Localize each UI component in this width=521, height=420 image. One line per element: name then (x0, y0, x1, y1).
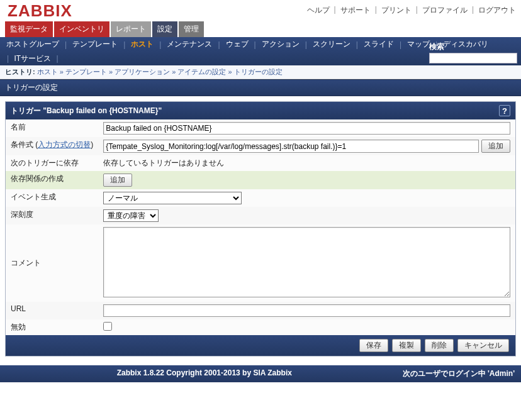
nav-itservice[interactable]: ITサービス (13, 54, 52, 63)
history-item[interactable]: ホスト (37, 68, 58, 75)
form-actions: 保存 複製 削除 キャンセル (6, 335, 515, 356)
tab-reports[interactable]: レポート (111, 21, 151, 37)
nav-divider: | (5, 54, 11, 63)
disabled-checkbox[interactable] (103, 322, 112, 331)
print-link[interactable]: プリント (381, 5, 412, 16)
nav-maps[interactable]: マップ (406, 39, 431, 50)
panel-title: トリガー "Backup failed on {HOSTNAME}" (11, 106, 162, 116)
nav-divider: | (354, 40, 360, 49)
footer-login-status: 次のユーザでログイン中 'Admin' (403, 369, 515, 378)
nav-templates[interactable]: テンプレート (71, 39, 119, 50)
clone-button[interactable]: 複製 (392, 339, 421, 352)
tab-monitoring[interactable]: 監視データ (5, 21, 53, 37)
separator: | (373, 5, 379, 16)
tab-inventory[interactable]: インベントリ (54, 21, 109, 37)
severity-label: 深刻度 (6, 207, 98, 224)
separator: | (470, 5, 476, 16)
logo: ZABBIX (5, 0, 75, 21)
nav-web[interactable]: ウェブ (225, 39, 250, 50)
separator: | (332, 5, 338, 16)
separator: | (414, 5, 420, 16)
history-item[interactable]: テンプレート (65, 68, 107, 75)
nav-slides[interactable]: スライド (362, 39, 395, 50)
panel-title-name: "Backup failed on {HOSTNAME}" (43, 106, 162, 115)
url-label: URL (6, 302, 98, 319)
nav-divider: | (303, 40, 309, 49)
toggle-input-method-link[interactable]: 入力方式の切替 (38, 140, 91, 149)
nav-divider: | (63, 40, 69, 49)
expression-label-text: 条件式 (11, 140, 33, 149)
comment-label: コメント (6, 224, 98, 302)
expression-input[interactable] (103, 140, 479, 153)
depends-on-label: 次のトリガーに依存 (6, 155, 98, 171)
nav-hosts[interactable]: ホスト (130, 39, 155, 50)
comment-textarea[interactable] (103, 227, 510, 297)
event-generation-select[interactable]: ノーマル (103, 192, 242, 204)
nav-divider: | (252, 40, 258, 49)
history-item[interactable]: トリガーの設定 (234, 68, 283, 75)
support-link[interactable]: サポート (340, 5, 371, 16)
nav-divider: | (216, 40, 221, 49)
help-icon[interactable]: ? (499, 105, 510, 116)
nav-hostgroups[interactable]: ホストグループ (5, 39, 60, 50)
nav-divider: | (54, 54, 60, 63)
history-bar: ヒストリ: ホスト » テンプレート » アプリケーション » アイテムの設定 … (0, 65, 521, 79)
depends-on-text: 依存しているトリガーはありません (98, 155, 515, 171)
nav-maintenance[interactable]: メンテナンス (165, 39, 213, 50)
profile-link[interactable]: プロファイル (422, 5, 468, 16)
secondary-nav: ホストグループ| テンプレート| ホスト| メンテナンス| ウェブ| アクション… (0, 37, 521, 65)
section-header: トリガーの設定 (0, 79, 521, 96)
logout-link[interactable]: ログアウト (478, 5, 516, 16)
search-box: 検索 (429, 41, 517, 64)
tab-settings[interactable]: 設定 (152, 21, 177, 37)
history-item[interactable]: アプリケーション (115, 68, 170, 75)
expression-label: 条件式 (入力方式の切替) (6, 137, 98, 155)
panel-title-prefix: トリガー (11, 106, 41, 115)
delete-button[interactable]: 削除 (425, 339, 454, 352)
nav-divider: | (398, 40, 403, 49)
footer: Zabbix 1.8.22 Copyright 2001-2013 by SIA… (0, 365, 521, 382)
history-item[interactable]: アイテムの設定 (177, 68, 226, 75)
search-input[interactable] (429, 53, 517, 64)
trigger-form: 名前 条件式 (入力方式の切替) 追加 次のトリガーに依存 依存しているトリガー… (6, 119, 515, 335)
url-input[interactable] (103, 304, 510, 317)
panel-title-bar: トリガー "Backup failed on {HOSTNAME}" ? (6, 102, 515, 119)
primary-tabs: 監視データ インベントリ レポート 設定 管理 (0, 21, 521, 37)
cancel-button[interactable]: キャンセル (457, 339, 509, 352)
nav-screens[interactable]: スクリーン (311, 39, 352, 50)
severity-select[interactable]: 重度の障害 (103, 209, 159, 222)
nav-divider: | (157, 40, 163, 49)
create-dependency-button[interactable]: 追加 (103, 174, 132, 187)
expression-add-button[interactable]: 追加 (481, 140, 510, 153)
help-link[interactable]: ヘルプ (307, 5, 330, 16)
disabled-label: 無効 (6, 319, 98, 335)
name-label: 名前 (6, 119, 98, 137)
top-links: ヘルプ| サポート| プリント| プロファイル| ログアウト (307, 0, 517, 16)
name-input[interactable] (103, 122, 510, 135)
event-generation-label: イベント生成 (6, 189, 98, 207)
search-label: 検索 (429, 41, 444, 52)
nav-divider: | (121, 40, 127, 49)
create-dependency-label: 依存関係の作成 (6, 171, 98, 189)
history-label: ヒストリ: (5, 68, 35, 75)
nav-actions[interactable]: アクション (260, 39, 301, 50)
tab-admin[interactable]: 管理 (179, 21, 204, 37)
save-button[interactable]: 保存 (359, 339, 388, 352)
footer-copyright: Zabbix 1.8.22 Copyright 2001-2013 by SIA… (117, 368, 292, 377)
